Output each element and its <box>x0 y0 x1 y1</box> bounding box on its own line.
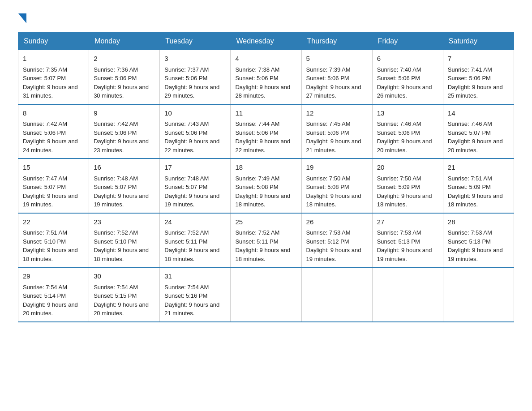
logo-triangle-icon <box>18 13 26 23</box>
svg-marker-0 <box>18 13 26 23</box>
day-sunrise: Sunrise: 7:45 AM <box>306 120 368 128</box>
calendar-header-row: SundayMondayTuesdayWednesdayThursdayFrid… <box>18 33 514 50</box>
day-number: 25 <box>235 217 296 227</box>
day-sunrise: Sunrise: 7:53 AM <box>448 228 509 237</box>
calendar-cell: 11Sunrise: 7:44 AMSunset: 5:06 PMDayligh… <box>231 104 301 159</box>
day-sunrise: Sunrise: 7:37 AM <box>164 65 226 74</box>
calendar-cell: 18Sunrise: 7:49 AMSunset: 5:08 PMDayligh… <box>231 158 301 213</box>
day-daylight: Daylight: 9 hours and 25 minutes. <box>448 83 509 100</box>
day-sunrise: Sunrise: 7:43 AM <box>164 120 226 128</box>
calendar-cell: 7Sunrise: 7:41 AMSunset: 5:06 PMDaylight… <box>443 50 514 104</box>
day-sunrise: Sunrise: 7:52 AM <box>235 228 296 237</box>
day-sunrise: Sunrise: 7:51 AM <box>23 228 84 237</box>
calendar-cell: 3Sunrise: 7:37 AMSunset: 5:06 PMDaylight… <box>160 50 231 104</box>
calendar-cell: 22Sunrise: 7:51 AMSunset: 5:10 PMDayligh… <box>18 213 89 268</box>
calendar-cell <box>231 267 301 322</box>
day-sunrise: Sunrise: 7:50 AM <box>306 174 368 183</box>
day-daylight: Daylight: 9 hours and 19 minutes. <box>448 246 509 263</box>
day-daylight: Daylight: 9 hours and 18 minutes. <box>235 246 296 263</box>
day-sunset: Sunset: 5:07 PM <box>94 183 155 192</box>
calendar-cell: 28Sunrise: 7:53 AMSunset: 5:13 PMDayligh… <box>443 213 514 268</box>
col-header-sunday: Sunday <box>18 33 89 50</box>
day-sunset: Sunset: 5:07 PM <box>23 74 84 83</box>
day-sunset: Sunset: 5:06 PM <box>94 74 155 83</box>
calendar-week-row: 29Sunrise: 7:54 AMSunset: 5:14 PMDayligh… <box>18 267 514 322</box>
day-sunset: Sunset: 5:13 PM <box>448 237 509 246</box>
day-sunset: Sunset: 5:09 PM <box>377 183 438 192</box>
day-number: 29 <box>23 271 84 282</box>
day-sunset: Sunset: 5:08 PM <box>306 183 368 192</box>
day-number: 22 <box>23 217 84 227</box>
day-sunrise: Sunrise: 7:44 AM <box>235 120 296 128</box>
day-daylight: Daylight: 9 hours and 19 minutes. <box>23 192 84 209</box>
day-sunrise: Sunrise: 7:53 AM <box>306 228 368 237</box>
day-daylight: Daylight: 9 hours and 19 minutes. <box>164 192 226 209</box>
calendar-cell <box>443 267 514 322</box>
day-daylight: Daylight: 9 hours and 27 minutes. <box>306 83 368 100</box>
calendar-cell: 9Sunrise: 7:42 AMSunset: 5:06 PMDaylight… <box>89 104 160 159</box>
day-number: 12 <box>306 108 368 119</box>
day-daylight: Daylight: 9 hours and 20 minutes. <box>377 137 438 154</box>
day-number: 13 <box>377 108 438 119</box>
day-daylight: Daylight: 9 hours and 31 minutes. <box>23 83 84 100</box>
page-header <box>18 13 514 23</box>
col-header-monday: Monday <box>89 33 160 50</box>
calendar-cell: 6Sunrise: 7:40 AMSunset: 5:06 PMDaylight… <box>372 50 443 104</box>
day-sunrise: Sunrise: 7:42 AM <box>94 120 155 128</box>
day-number: 16 <box>94 163 155 173</box>
calendar-cell: 10Sunrise: 7:43 AMSunset: 5:06 PMDayligh… <box>160 104 231 159</box>
calendar-cell: 21Sunrise: 7:51 AMSunset: 5:09 PMDayligh… <box>443 158 514 213</box>
day-number: 23 <box>94 217 155 227</box>
calendar-cell <box>301 267 372 322</box>
day-daylight: Daylight: 9 hours and 20 minutes. <box>94 300 155 318</box>
day-daylight: Daylight: 9 hours and 18 minutes. <box>94 246 155 263</box>
day-number: 7 <box>448 54 509 64</box>
day-sunset: Sunset: 5:10 PM <box>23 237 84 246</box>
day-daylight: Daylight: 9 hours and 23 minutes. <box>94 137 155 154</box>
day-daylight: Daylight: 9 hours and 22 minutes. <box>235 137 296 154</box>
day-sunset: Sunset: 5:13 PM <box>377 237 438 246</box>
day-sunrise: Sunrise: 7:48 AM <box>94 174 155 183</box>
calendar-cell: 29Sunrise: 7:54 AMSunset: 5:14 PMDayligh… <box>18 267 89 322</box>
day-number: 11 <box>235 108 296 119</box>
calendar-cell: 26Sunrise: 7:53 AMSunset: 5:12 PMDayligh… <box>301 213 372 268</box>
day-number: 2 <box>94 54 155 64</box>
calendar-cell: 12Sunrise: 7:45 AMSunset: 5:06 PMDayligh… <box>301 104 372 159</box>
col-header-friday: Friday <box>372 33 443 50</box>
day-sunrise: Sunrise: 7:40 AM <box>377 65 438 74</box>
day-number: 18 <box>235 163 296 173</box>
day-number: 14 <box>448 108 509 119</box>
day-number: 24 <box>164 217 226 227</box>
calendar-week-row: 8Sunrise: 7:42 AMSunset: 5:06 PMDaylight… <box>18 104 514 159</box>
day-sunset: Sunset: 5:16 PM <box>164 291 226 300</box>
day-number: 10 <box>164 108 226 119</box>
calendar-cell: 20Sunrise: 7:50 AMSunset: 5:09 PMDayligh… <box>372 158 443 213</box>
calendar-cell: 25Sunrise: 7:52 AMSunset: 5:11 PMDayligh… <box>231 213 301 268</box>
day-sunrise: Sunrise: 7:50 AM <box>377 174 438 183</box>
day-sunset: Sunset: 5:06 PM <box>235 74 296 83</box>
day-sunset: Sunset: 5:06 PM <box>164 74 226 83</box>
day-number: 30 <box>94 271 155 282</box>
day-number: 27 <box>377 217 438 227</box>
day-daylight: Daylight: 9 hours and 28 minutes. <box>235 83 296 100</box>
day-sunrise: Sunrise: 7:54 AM <box>94 283 155 292</box>
day-number: 31 <box>164 271 226 282</box>
day-daylight: Daylight: 9 hours and 18 minutes. <box>23 246 84 263</box>
day-daylight: Daylight: 9 hours and 29 minutes. <box>164 83 226 100</box>
day-sunrise: Sunrise: 7:41 AM <box>448 65 509 74</box>
day-sunrise: Sunrise: 7:51 AM <box>448 174 509 183</box>
calendar-week-row: 15Sunrise: 7:47 AMSunset: 5:07 PMDayligh… <box>18 158 514 213</box>
day-daylight: Daylight: 9 hours and 18 minutes. <box>235 192 296 209</box>
day-sunrise: Sunrise: 7:53 AM <box>377 228 438 237</box>
day-sunset: Sunset: 5:12 PM <box>306 237 368 246</box>
calendar-table: SundayMondayTuesdayWednesdayThursdayFrid… <box>18 32 514 322</box>
day-daylight: Daylight: 9 hours and 21 minutes. <box>306 137 368 154</box>
day-daylight: Daylight: 9 hours and 24 minutes. <box>23 137 84 154</box>
day-sunset: Sunset: 5:06 PM <box>164 128 226 137</box>
day-daylight: Daylight: 9 hours and 19 minutes. <box>377 246 438 263</box>
day-sunrise: Sunrise: 7:49 AM <box>235 174 296 183</box>
day-number: 8 <box>23 108 84 119</box>
calendar-cell: 17Sunrise: 7:48 AMSunset: 5:07 PMDayligh… <box>160 158 231 213</box>
calendar-week-row: 1Sunrise: 7:35 AMSunset: 5:07 PMDaylight… <box>18 50 514 104</box>
day-sunrise: Sunrise: 7:46 AM <box>448 120 509 128</box>
